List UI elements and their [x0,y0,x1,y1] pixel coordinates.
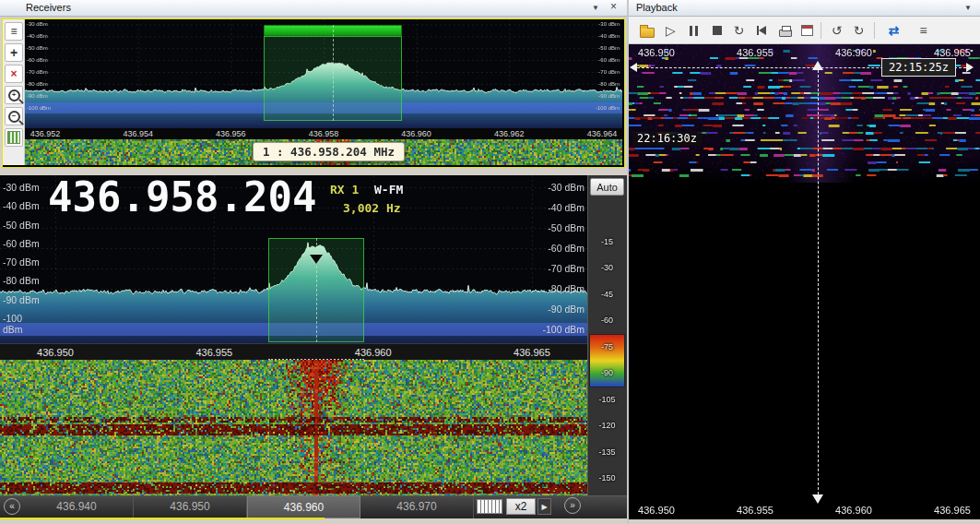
chevron-down-icon[interactable]: ▼ [592,3,599,14]
freq-tick: 436.950 [629,505,684,517]
freq-tick: 436.954 [118,129,159,138]
level-tick: -15 [587,236,627,247]
delete-icon: × [10,67,17,80]
zoom-step-button[interactable]: ▶ [537,498,551,515]
menu-icon: ≡ [10,25,17,38]
freq-preset-button[interactable]: 436.970 [360,495,474,518]
db-label: -80 dBm [542,283,584,294]
zoom-in-button[interactable]: + [5,86,23,104]
frequency-cursor-vline[interactable] [818,70,819,494]
main-waterfall-display[interactable] [0,360,587,495]
mini-db-scale-left: -30 dBm-40 dBm-50 dBm-60 dBm-70 dBm-80 d… [27,21,58,112]
db-label: -40 dBm [542,202,584,213]
chevron-down-icon[interactable]: ▼ [964,3,972,14]
close-icon[interactable]: × [610,1,617,12]
mini-frequency-axis: 436.952436.954436.956436.958436.960436.9… [25,128,622,139]
redo-button[interactable]: ↻ [848,20,869,41]
zoom-out-icon: − [8,111,20,123]
freq-tick: 436.965 [925,505,980,517]
db-label: -50 dBm [3,220,43,231]
db-label: -90 dBm [584,93,620,100]
playback-waterfall-display[interactable] [629,44,980,503]
stop-icon [713,26,722,35]
db-label: -70 dBm [3,256,43,268]
db-label: -70 dBm [584,69,620,76]
db-label: -40 dBm [27,33,58,40]
refresh-button[interactable]: ⇄ [883,20,904,41]
undo-icon: ↺ [832,23,843,38]
keypad-button[interactable] [477,499,502,514]
skip-to-start-button[interactable] [750,20,772,41]
freq-tick: 436.965 [477,347,587,358]
tune-marker-icon[interactable] [310,255,323,264]
pan-right-button[interactable]: » [564,497,581,514]
freq-tick: 436.955 [727,47,783,59]
freq-preset-button-active[interactable]: 436.960 [247,495,360,518]
db-label: -40 dBm [3,200,43,211]
level-tick: -120 [587,420,627,431]
db-label: -80 dBm [27,81,58,88]
db-label: -80 dBm [3,275,43,286]
menu-icon: ≡ [919,23,927,38]
menu-button[interactable]: ≡ [5,22,23,41]
db-label: -80 dBm [584,81,620,88]
db-label: -30 dBm [584,21,620,28]
grid-icon [7,131,20,144]
playback-menu-button[interactable]: ≡ [913,20,934,41]
receivers-panel-title: Receivers [26,2,71,13]
playback-bottom-frequency-axis: 436.950436.955436.960436.965 [629,505,980,517]
db-label: -60 dBm [542,243,584,254]
undo-button[interactable]: ↺ [826,20,847,41]
cursor-timestamp: 22:15:25z [881,58,956,77]
filter-width-label[interactable]: 3,002 Hz [343,202,401,215]
db-label: -100 dBm [27,105,58,112]
redo-icon: ↻ [854,23,865,38]
freq-tick: 436.960 [318,347,429,358]
db-label: -30 dBm [3,182,43,193]
level-tick: -30 [587,262,627,273]
db-label: -50 dBm [584,45,620,52]
freq-preset-button[interactable]: 436.950 [134,495,247,518]
db-label: -90 dBm [542,304,584,315]
tuned-frequency-readout[interactable]: 436.958.204 [48,177,316,218]
folder-icon [640,28,655,38]
db-label: -100 dBm [542,324,584,335]
level-scale-ticks: -15-30-45-60-75-90-105-120-135-150 [587,236,627,483]
open-file-button[interactable] [636,20,657,41]
delete-receiver-button[interactable]: × [5,65,23,83]
play-button[interactable]: ▷ [660,20,681,41]
level-tick: -75 [587,341,627,352]
print-button[interactable] [774,20,796,41]
auto-range-button[interactable]: Auto [590,178,624,196]
toolbar-separator [874,22,875,39]
stop-button[interactable] [706,20,727,41]
play-icon: ▷ [666,23,676,38]
playback-panel-title: Playback [636,2,678,13]
mode-label[interactable]: W-FM [374,184,403,196]
printer-icon [779,30,792,37]
pan-left-button[interactable]: « [4,498,20,515]
main-db-scale-left: -30 dBm-40 dBm-50 dBm-60 dBm-70 dBm-80 d… [3,182,43,335]
display-options-button[interactable] [5,128,23,147]
calendar-icon [801,25,813,36]
freq-preset-button[interactable]: 436.940 [20,495,134,518]
arrow-down-icon [812,494,823,504]
zoom-out-button[interactable]: − [5,107,23,125]
rx-label: RX 1 [330,184,359,196]
zoom-x2-button[interactable]: x2 [506,498,536,515]
calendar-button[interactable] [797,20,818,41]
freq-tick: 436.955 [159,347,269,358]
freq-tick: 436.958 [303,129,344,138]
db-label: -40 dBm [584,33,620,40]
level-tick: -105 [587,394,627,405]
level-tick: -135 [587,447,627,458]
freq-tick: 436.964 [582,129,622,138]
db-label: -60 dBm [27,57,58,64]
pan-right-icon: » [570,501,575,510]
pause-button[interactable] [683,20,704,41]
marker-timestamp: 22:16:30z [632,131,702,146]
add-receiver-button[interactable]: + [5,43,23,62]
loop-button[interactable]: ↻ [728,20,750,41]
freq-tick: 436.952 [25,129,65,138]
mini-db-scale-right: -30 dBm-40 dBm-50 dBm-60 dBm-70 dBm-80 d… [584,21,620,112]
